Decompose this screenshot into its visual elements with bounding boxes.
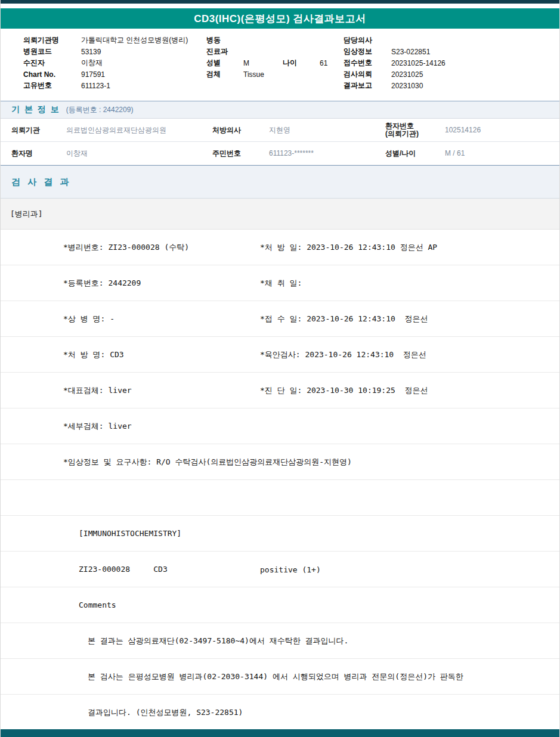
section-title: 검 사 결 과 <box>11 176 72 188</box>
field-label: Chart No. <box>23 70 81 79</box>
cell-value: 102514126 <box>445 126 559 134</box>
table-row: 의뢰기관 의료법인삼광의료재단삼광의원 처방의사 지현영 환자번호(의뢰기관) … <box>1 119 559 142</box>
field-value: 611123-1 <box>81 82 110 90</box>
result-left-text: *상 병 명: - <box>1 314 115 324</box>
field-accession-no: 접수번호 20231025-14126 <box>344 57 546 69</box>
field-label: 진료과 <box>206 47 243 57</box>
bottom-bar <box>1 729 559 737</box>
result-rows: *병리번호: ZI23-000028 (수탁) *처 방 일: 2023-10-… <box>1 230 559 730</box>
basic-info-section-header: 기 본 정 보 (등록번호 : 2442209) <box>1 101 559 119</box>
result-right-text: *진 단 일: 2023-10-30 10:19:25 정은선 <box>260 385 428 396</box>
result-line: *임상정보 및 요구사항: R/O 수탁검사(의료법인삼광의료재단삼광의원-지현… <box>1 444 559 480</box>
report-title-band: CD3(IHC)(은평성모) 검사결과보고서 <box>1 8 559 29</box>
field-department: 진료과 <box>206 46 344 57</box>
field-label: 담당의사 <box>344 35 391 45</box>
field-attending-doctor: 담당의사 <box>344 35 546 46</box>
field-unique-no: 고유번호 611123-1 <box>23 80 206 91</box>
cell-value: M / 61 <box>445 149 559 157</box>
top-bar <box>1 0 559 4</box>
result-left-text: *세부검체: liver <box>1 421 132 432</box>
field-label: 병동 <box>206 35 243 45</box>
table-row: 환자명 이창재 주민번호 611123-******* 성별/나이 M / 61 <box>1 142 559 165</box>
field-ward: 병동 <box>206 35 344 46</box>
field-specimen: 검체 Tissue <box>206 69 344 80</box>
cell-value: 이창재 <box>66 148 212 159</box>
department-band: [병리과] <box>1 199 559 230</box>
column-header: 의뢰기관 <box>11 125 66 135</box>
field-label: 접수번호 <box>344 58 391 68</box>
result-right-text: *채 취 일: <box>260 278 302 289</box>
result-right-text: positive (1+) <box>260 565 321 574</box>
field-label: 나이 <box>283 58 320 68</box>
field-value: 가톨릭대학교 인천성모병원(병리) <box>81 35 188 45</box>
department-label: [병리과] <box>10 209 43 219</box>
result-line: *처 방 명: CD3 *육안검사: 2023-10-26 12:43:10 정… <box>1 337 559 373</box>
results-section-header: 검 사 결 과 <box>1 165 559 199</box>
field-label: 검사의뢰 <box>344 69 391 79</box>
report-page: CD3(IHC)(은평성모) 검사결과보고서 의뢰기관명 가톨릭대학교 인천성모… <box>0 0 560 737</box>
result-line: *상 병 명: - *접 수 일: 2023-10-26 12:43:10 정은… <box>1 301 559 337</box>
field-value: 61 <box>320 59 327 67</box>
result-left-text: *병리번호: ZI23-000028 (수탁) <box>1 242 189 253</box>
field-label: 고유번호 <box>23 80 81 91</box>
column-header: 환자명 <box>11 148 66 159</box>
result-left-text: 결과입니다. (인천성모병원, S23-22851) <box>1 707 243 718</box>
field-value: M <box>243 59 283 67</box>
cell-value: 의료법인삼광의료재단삼광의원 <box>66 125 212 135</box>
field-value: Tissue <box>243 70 264 79</box>
result-right-text: *처 방 일: 2023-10-26 12:43:10 정은선 AP <box>260 242 437 253</box>
section-title: 기 본 정 보 <box>11 104 60 115</box>
result-line: *등록번호: 2442209 *채 취 일: <box>1 265 559 301</box>
result-line: *병리번호: ZI23-000028 (수탁) *처 방 일: 2023-10-… <box>1 230 559 265</box>
result-line: [IMMUNOHISTOCHEMISTRY] <box>1 516 559 552</box>
patient-header-right-column: 담당의사 임상정보 S23-022851 접수번호 20231025-14126… <box>344 35 546 101</box>
result-line: *대표검체: liver *진 단 일: 2023-10-30 10:19:25… <box>1 373 559 408</box>
registration-number-note: (등록번호 : 2442209) <box>66 105 134 115</box>
result-line: ZI23-000028 CD3 positive (1+) <box>1 552 559 587</box>
result-line-empty <box>1 480 559 516</box>
result-left-text: *임상정보 및 요구사항: R/O 수탁검사(의료법인삼광의료재단삼광의원-지현… <box>1 457 352 467</box>
result-line: Comments <box>1 587 559 623</box>
result-line: 결과입니다. (인천성모병원, S23-22851) <box>1 695 559 730</box>
column-header: 환자번호(의뢰기관) <box>385 122 445 138</box>
result-line: *세부검체: liver <box>1 408 559 444</box>
result-left-text: *등록번호: 2442209 <box>1 278 141 289</box>
field-label: 결과보고 <box>344 80 391 91</box>
result-left-text: Comments <box>1 600 116 609</box>
field-value: 20231025 <box>391 70 423 79</box>
field-label: 성별 <box>206 58 243 68</box>
field-label: 병원코드 <box>23 47 81 57</box>
field-referring-org: 의뢰기관명 가톨릭대학교 인천성모병원(병리) <box>23 35 206 46</box>
field-chart-no: Chart No. 917591 <box>23 69 206 80</box>
patient-header-middle-column: 병동 진료과 성별 M 나이 61 검체 Tissue <box>206 35 344 101</box>
column-header: 주민번호 <box>212 148 269 159</box>
patient-header: 의뢰기관명 가톨릭대학교 인천성모병원(병리) 병원코드 53139 수진자 이… <box>1 29 559 101</box>
field-value: 이창재 <box>81 58 103 68</box>
patient-header-left-column: 의뢰기관명 가톨릭대학교 인천성모병원(병리) 병원코드 53139 수진자 이… <box>23 35 206 101</box>
cell-value: 지현영 <box>269 125 385 135</box>
result-line: 본 결과는 삼광의료재단(02-3497-5180~4)에서 재수탁한 결과입니… <box>1 623 559 659</box>
field-value: S23-022851 <box>391 48 430 56</box>
result-right-text: *육안검사: 2023-10-26 12:43:10 정은선 <box>260 349 426 360</box>
field-label: 수진자 <box>23 58 81 68</box>
field-patient-name: 수진자 이창재 <box>23 57 206 69</box>
field-value: 53139 <box>81 48 101 56</box>
field-value: 20231025-14126 <box>391 59 445 67</box>
field-report-date: 결과보고 20231030 <box>344 80 546 91</box>
result-left-text: *처 방 명: CD3 <box>1 349 124 360</box>
field-label: 임상정보 <box>344 47 391 57</box>
result-left-text: 본 결과는 삼광의료재단(02-3497-5180~4)에서 재수탁한 결과입니… <box>1 636 348 646</box>
result-left-text: *대표검체: liver <box>1 385 132 396</box>
report-title: CD3(IHC)(은평성모) 검사결과보고서 <box>194 12 366 26</box>
cell-value: 611123-******* <box>269 149 385 157</box>
column-header: 성별/나이 <box>385 150 445 157</box>
field-value: 20231030 <box>391 82 423 90</box>
result-left-text: [IMMUNOHISTOCHEMISTRY] <box>1 529 181 538</box>
result-left-text: ZI23-000028 CD3 <box>1 565 168 574</box>
field-sex-age: 성별 M 나이 61 <box>206 57 344 69</box>
basic-info-table: 의뢰기관 의료법인삼광의료재단삼광의원 처방의사 지현영 환자번호(의뢰기관) … <box>1 119 559 165</box>
field-clinical-info: 임상정보 S23-022851 <box>344 46 546 57</box>
field-hospital-code: 병원코드 53139 <box>23 46 206 57</box>
column-header: 처방의사 <box>212 125 269 135</box>
result-right-text: *접 수 일: 2023-10-26 12:43:10 정은선 <box>260 314 428 324</box>
